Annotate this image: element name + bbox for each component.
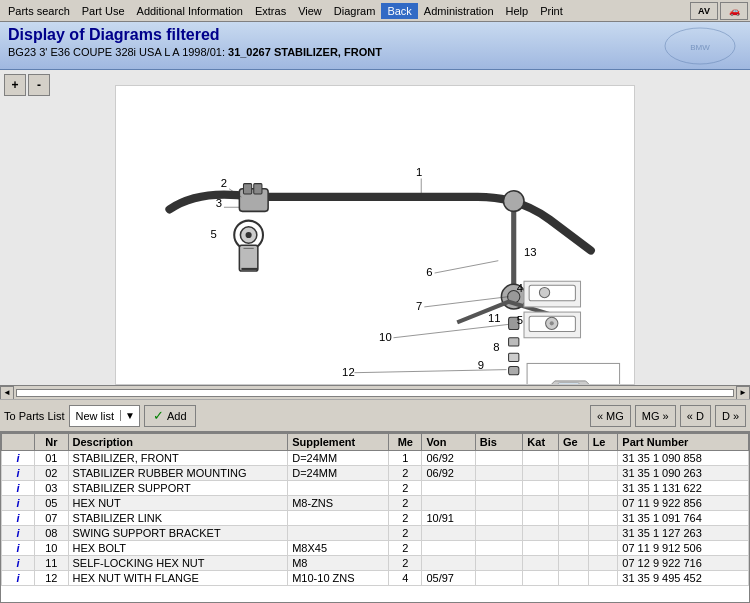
menu-print[interactable]: Print: [534, 3, 569, 19]
info-icon[interactable]: i: [17, 557, 20, 569]
new-list-dropdown[interactable]: ▼: [120, 410, 139, 421]
info-icon[interactable]: i: [17, 482, 20, 494]
ge-cell: [558, 526, 588, 541]
me-cell: 2: [389, 466, 422, 481]
bis-cell: [475, 496, 523, 511]
nr-cell: 10: [35, 541, 68, 556]
zoom-out-button[interactable]: -: [28, 74, 50, 96]
info-icon[interactable]: i: [17, 512, 20, 524]
le-cell: [588, 466, 618, 481]
info-icon[interactable]: i: [17, 467, 20, 479]
svg-text:8: 8: [493, 341, 499, 353]
table-row[interactable]: i 12 HEX NUT WITH FLANGE M10-10 ZNS 4 05…: [2, 571, 749, 586]
table-row[interactable]: i 07 STABILIZER LINK 2 10/91 31 35 1 091…: [2, 511, 749, 526]
info-icon[interactable]: i: [17, 527, 20, 539]
info-cell[interactable]: i: [2, 526, 35, 541]
menu-additional-info[interactable]: Additional Information: [131, 3, 249, 19]
nr-cell: 08: [35, 526, 68, 541]
info-icon[interactable]: i: [17, 572, 20, 584]
supp-cell: [288, 481, 389, 496]
scroll-track[interactable]: [16, 389, 734, 397]
menu-extras[interactable]: Extras: [249, 3, 292, 19]
me-cell: 2: [389, 526, 422, 541]
col-header-ge: Ge: [558, 434, 588, 451]
part-number-cell: 31 35 1 091 764: [618, 511, 749, 526]
car-icon-button[interactable]: 🚗: [720, 2, 748, 20]
le-cell: [588, 541, 618, 556]
menu-help[interactable]: Help: [500, 3, 535, 19]
supp-cell: M8: [288, 556, 389, 571]
svg-text:5: 5: [517, 314, 523, 326]
info-cell[interactable]: i: [2, 466, 35, 481]
menu-back[interactable]: Back: [381, 3, 417, 19]
supp-cell: M8-ZNS: [288, 496, 389, 511]
info-cell[interactable]: i: [2, 571, 35, 586]
table-row[interactable]: i 08 SWING SUPPORT BRACKET 2 31 35 1 127…: [2, 526, 749, 541]
svg-rect-45: [529, 285, 575, 300]
kat-cell: [523, 511, 559, 526]
me-cell: 2: [389, 541, 422, 556]
d-next-button[interactable]: D »: [715, 405, 746, 427]
info-cell[interactable]: i: [2, 481, 35, 496]
svg-point-8: [246, 231, 252, 237]
menu-view[interactable]: View: [292, 3, 328, 19]
zoom-in-button[interactable]: +: [4, 74, 26, 96]
info-cell[interactable]: i: [2, 541, 35, 556]
me-cell: 4: [389, 571, 422, 586]
table-row[interactable]: i 10 HEX BOLT M8X45 2 07 11 9 912 506: [2, 541, 749, 556]
info-icon[interactable]: i: [17, 497, 20, 509]
supp-cell: M10-10 ZNS: [288, 571, 389, 586]
nr-cell: 12: [35, 571, 68, 586]
col-header-le: Le: [588, 434, 618, 451]
subtitle-prefix: BG23 3' E36 COUPE 328i USA L A 1998/01:: [8, 46, 225, 58]
header-logo: BMW: [660, 26, 740, 66]
info-icon[interactable]: i: [17, 542, 20, 554]
table-row[interactable]: i 11 SELF-LOCKING HEX NUT M8 2 07 12 9 9…: [2, 556, 749, 571]
table-row[interactable]: i 05 HEX NUT M8-ZNS 2 07 11 9 922 856: [2, 496, 749, 511]
von-cell: [422, 526, 475, 541]
scroll-right-arrow[interactable]: ►: [736, 386, 750, 400]
col-header-info: [2, 434, 35, 451]
table-row[interactable]: i 02 STABILIZER RUBBER MOUNTING D=24MM 2…: [2, 466, 749, 481]
svg-text:BMW: BMW: [690, 43, 710, 52]
col-header-supplement: Supplement: [288, 434, 389, 451]
part-number-cell: 31 35 1 127 263: [618, 526, 749, 541]
parts-table: Nr Description Supplement Me Von Bis Kat…: [1, 433, 749, 586]
table-row[interactable]: i 01 STABILIZER, FRONT D=24MM 1 06/92 31…: [2, 451, 749, 466]
von-cell: 05/97: [422, 571, 475, 586]
bottom-toolbar: To Parts List New list ▼ ✓ Add « MG MG »…: [0, 400, 750, 432]
col-header-desc: Description: [68, 434, 288, 451]
info-cell[interactable]: i: [2, 511, 35, 526]
info-cell[interactable]: i: [2, 556, 35, 571]
part-number-cell: 07 11 9 922 856: [618, 496, 749, 511]
desc-cell: STABILIZER, FRONT: [68, 451, 288, 466]
kat-cell: [523, 481, 559, 496]
diagram-scrollbar: ◄ ►: [0, 385, 750, 399]
menu-diagram[interactable]: Diagram: [328, 3, 382, 19]
menu-parts-search[interactable]: Parts search: [2, 3, 76, 19]
info-icon[interactable]: i: [17, 452, 20, 464]
desc-cell: STABILIZER SUPPORT: [68, 481, 288, 496]
desc-cell: HEX BOLT: [68, 541, 288, 556]
bis-cell: [475, 526, 523, 541]
le-cell: [588, 451, 618, 466]
svg-text:7: 7: [416, 300, 422, 312]
bis-cell: [475, 481, 523, 496]
info-cell[interactable]: i: [2, 451, 35, 466]
table-row[interactable]: i 03 STABILIZER SUPPORT 2 31 35 1 131 62…: [2, 481, 749, 496]
ge-cell: [558, 556, 588, 571]
d-prev-button[interactable]: « D: [680, 405, 711, 427]
scroll-left-arrow[interactable]: ◄: [0, 386, 14, 400]
add-button[interactable]: ✓ Add: [144, 405, 196, 427]
subtitle-bold: 31_0267 STABILIZER, FRONT: [228, 46, 382, 58]
menu-part-use[interactable]: Part Use: [76, 3, 131, 19]
av-icon-button[interactable]: AV: [690, 2, 718, 20]
mg-next-button[interactable]: MG »: [635, 405, 676, 427]
page-title: Display of Diagrams filtered: [8, 26, 742, 44]
le-cell: [588, 496, 618, 511]
svg-text:6: 6: [426, 266, 432, 278]
parts-table-container: Nr Description Supplement Me Von Bis Kat…: [0, 432, 750, 603]
info-cell[interactable]: i: [2, 496, 35, 511]
menu-administration[interactable]: Administration: [418, 3, 500, 19]
mg-prev-button[interactable]: « MG: [590, 405, 631, 427]
